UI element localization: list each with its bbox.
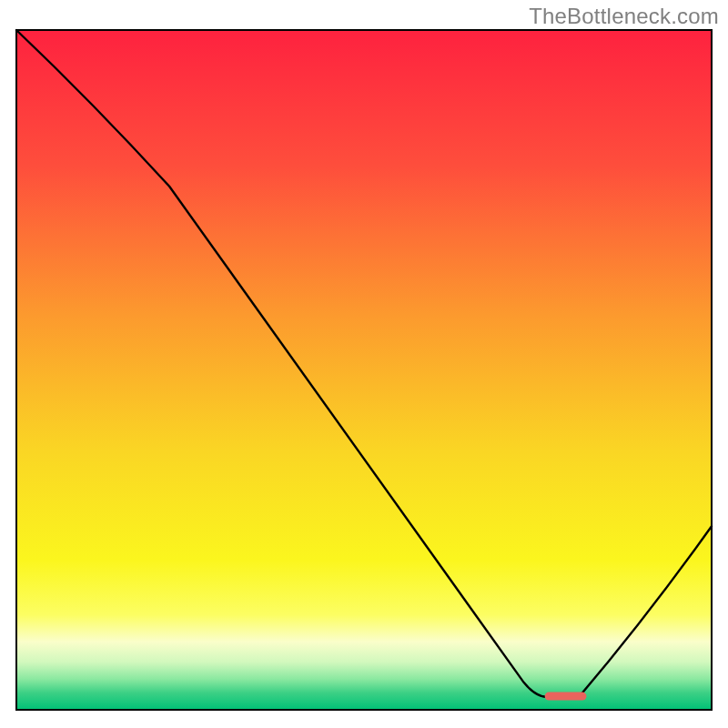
plot-background	[16, 30, 712, 710]
chart-wrapper: TheBottleneck.com	[0, 0, 728, 728]
bottleneck-chart	[0, 0, 728, 728]
optimal-marker	[545, 693, 587, 701]
